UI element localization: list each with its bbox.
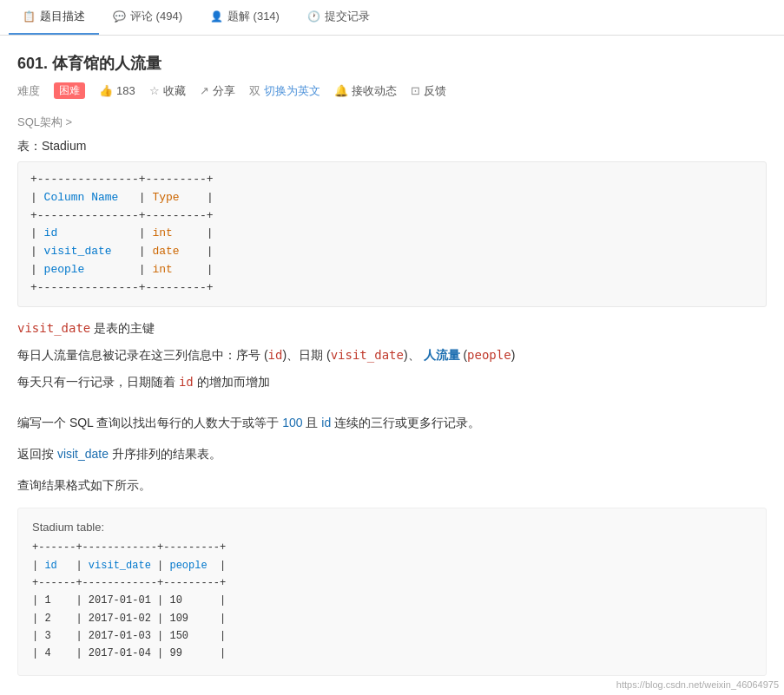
feedback-label: 反馈: [424, 83, 446, 99]
comments-icon: 💬: [113, 10, 126, 23]
schema-row-people: | people | int |: [30, 263, 214, 276]
solutions-icon: 👤: [210, 10, 223, 23]
problem-title: 601. 体育馆的人流量: [17, 53, 767, 74]
result-row-4: | 4 | 2017-01-04 | 99 |: [32, 647, 226, 659]
tab-description-label: 题目描述: [40, 9, 85, 24]
switch-lang-action[interactable]: 双 切换为英文: [249, 83, 320, 99]
result-header: | id | visit_date | people |: [32, 560, 226, 572]
switch-lang-label: 切换为英文: [264, 83, 320, 99]
result-row-1: | 1 | 2017-01-01 | 10 |: [32, 594, 226, 606]
meta-row: 难度 困难 👍 183 ☆ 收藏 ↗ 分享 双 切换为英文 🔔 接收动态 ⊡ 反…: [17, 82, 767, 99]
tab-comments[interactable]: 💬 评论 (494): [99, 0, 196, 35]
notify-action[interactable]: 🔔 接收动态: [334, 83, 397, 99]
schema-row-id: | id | int |: [30, 226, 214, 239]
translate-icon: 双: [249, 83, 260, 99]
note-3: 每天只有一行记录，日期随着 id 的增加而增加: [17, 371, 767, 393]
difficulty-label: 难度: [17, 83, 40, 99]
tab-comments-label: 评论 (494): [130, 9, 182, 24]
collect-action[interactable]: ☆ 收藏: [149, 83, 186, 99]
result-sep-1: +------+------------+---------+: [32, 541, 226, 554]
note-2: 每日人流量信息被记录在这三列信息中：序号 (id)、日期 (visit_date…: [17, 344, 767, 366]
schema-header: | Column Name | Type |: [30, 191, 214, 204]
schema-row-visit-date: | visit_date | date |: [30, 245, 214, 258]
difficulty-badge: 困难: [54, 82, 85, 99]
submissions-icon: 🕐: [307, 10, 320, 23]
star-icon: ☆: [149, 84, 160, 97]
tab-solutions[interactable]: 👤 题解 (314): [196, 0, 293, 35]
share-icon: ↗: [200, 84, 209, 97]
query-desc-3: 查询结果格式如下所示。: [17, 473, 767, 497]
likes-action[interactable]: 👍 183: [99, 84, 135, 97]
problem-number: 601.: [17, 55, 48, 72]
thumbup-icon: 👍: [99, 84, 113, 97]
tab-description[interactable]: 📋 题目描述: [9, 0, 99, 35]
query-desc-2: 返回按 visit_date 升序排列的结果表。: [17, 442, 767, 466]
collect-label: 收藏: [163, 83, 186, 99]
tab-submissions-label: 提交记录: [325, 9, 370, 24]
result-section: Stadium table: +------+------------+----…: [17, 508, 767, 676]
result-table: +------+------------+---------+ | id | v…: [32, 539, 752, 663]
schema-separator-1: +---------------+---------+: [30, 173, 214, 186]
result-label: Stadium table:: [32, 521, 752, 534]
share-action[interactable]: ↗ 分享: [200, 83, 235, 99]
feedback-action[interactable]: ⊡ 反馈: [411, 83, 446, 99]
query-desc-1: 编写一个 SQL 查询以找出每行的人数大于或等于 100 且 id 连续的三行或…: [17, 410, 767, 435]
tab-solutions-label: 题解 (314): [227, 9, 280, 24]
description-icon: 📋: [23, 10, 36, 23]
main-content: 601. 体育馆的人流量 难度 困难 👍 183 ☆ 收藏 ↗ 分享 双 切换为…: [0, 36, 784, 695]
bell-icon: 🔔: [334, 84, 348, 97]
sql-schema-link[interactable]: SQL架构 >: [17, 115, 767, 130]
schema-separator-2: +---------------+---------+: [30, 209, 214, 222]
note-1: visit_date 是表的主键: [17, 318, 767, 339]
problem-body: visit_date 是表的主键 每日人流量信息被记录在这三列信息中：序号 (i…: [17, 318, 767, 394]
table-label-text: 表：Stadium: [17, 139, 86, 153]
feedback-icon: ⊡: [411, 84, 420, 97]
result-row-3: | 3 | 2017-01-03 | 150 |: [32, 630, 226, 642]
result-sep-2: +------+------------+---------+: [32, 577, 226, 589]
schema-separator-3: +---------------+---------+: [30, 281, 214, 294]
schema-code-block: +---------------+---------+ | Column Nam…: [17, 161, 767, 307]
share-label: 分享: [213, 83, 235, 99]
problem-title-text: 体育馆的人流量: [52, 55, 161, 72]
tab-bar: 📋 题目描述 💬 评论 (494) 👤 题解 (314) 🕐 提交记录: [0, 0, 784, 36]
likes-count: 183: [116, 84, 135, 97]
notify-label: 接收动态: [352, 83, 397, 99]
table-label: 表：Stadium: [17, 139, 767, 154]
query-section: 编写一个 SQL 查询以找出每行的人数大于或等于 100 且 id 连续的三行或…: [17, 410, 767, 497]
result-row-2: | 2 | 2017-01-02 | 109 |: [32, 613, 226, 625]
tab-submissions[interactable]: 🕐 提交记录: [293, 0, 384, 35]
